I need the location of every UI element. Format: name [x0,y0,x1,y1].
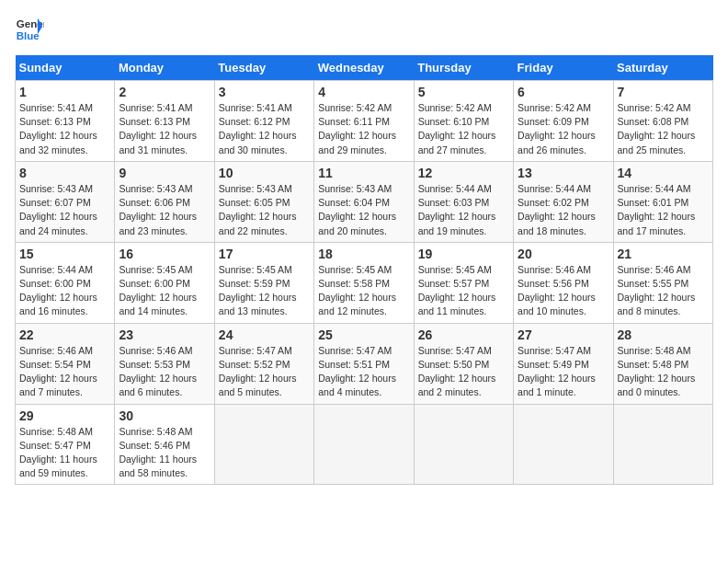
day-number: 9 [119,166,210,180]
day-number: 19 [418,247,509,261]
day-info: Sunrise: 5:45 AMSunset: 5:59 PMDaylight:… [219,263,310,319]
weekday-header-thursday: Thursday [414,55,513,81]
svg-text:Blue: Blue [17,30,40,41]
day-info: Sunrise: 5:42 AMSunset: 6:09 PMDaylight:… [518,101,609,157]
day-number: 14 [618,166,709,180]
calendar-week-4: 22Sunrise: 5:46 AMSunset: 5:54 PMDayligh… [16,323,713,404]
calendar-cell: 3Sunrise: 5:41 AMSunset: 6:12 PMDaylight… [214,81,313,162]
day-number: 24 [219,327,310,342]
calendar-cell: 9Sunrise: 5:43 AMSunset: 6:06 PMDaylight… [115,161,214,242]
day-info: Sunrise: 5:43 AMSunset: 6:07 PMDaylight:… [19,182,110,238]
calendar-cell: 18Sunrise: 5:45 AMSunset: 5:58 PMDayligh… [314,242,414,323]
day-number: 7 [618,85,709,99]
day-info: Sunrise: 5:41 AMSunset: 6:12 PMDaylight:… [219,101,310,157]
day-info: Sunrise: 5:47 AMSunset: 5:50 PMDaylight:… [418,344,509,400]
day-info: Sunrise: 5:43 AMSunset: 6:05 PMDaylight:… [219,182,310,238]
day-info: Sunrise: 5:47 AMSunset: 5:49 PMDaylight:… [518,344,609,400]
calendar-cell: 12Sunrise: 5:44 AMSunset: 6:03 PMDayligh… [414,161,513,242]
day-number: 21 [618,247,709,261]
calendar-cell [613,404,712,485]
day-number: 1 [19,85,110,99]
calendar-cell: 22Sunrise: 5:46 AMSunset: 5:54 PMDayligh… [16,323,115,404]
day-number: 30 [119,408,210,423]
day-number: 27 [518,327,609,342]
day-number: 15 [19,247,110,261]
day-number: 10 [219,166,310,180]
day-info: Sunrise: 5:42 AMSunset: 6:10 PMDaylight:… [418,101,509,157]
weekday-header-tuesday: Tuesday [214,55,313,81]
page-header: General Blue [15,15,713,44]
calendar-week-2: 8Sunrise: 5:43 AMSunset: 6:07 PMDaylight… [16,161,713,242]
day-info: Sunrise: 5:44 AMSunset: 6:03 PMDaylight:… [418,182,509,238]
day-number: 22 [19,327,110,342]
calendar-cell: 20Sunrise: 5:46 AMSunset: 5:56 PMDayligh… [514,242,613,323]
weekday-header-monday: Monday [115,55,214,81]
day-info: Sunrise: 5:43 AMSunset: 6:06 PMDaylight:… [119,182,210,238]
calendar-week-5: 29Sunrise: 5:48 AMSunset: 5:47 PMDayligh… [16,404,713,485]
calendar-cell: 6Sunrise: 5:42 AMSunset: 6:09 PMDaylight… [514,81,613,162]
calendar-cell [514,404,613,485]
calendar-cell: 29Sunrise: 5:48 AMSunset: 5:47 PMDayligh… [16,404,115,485]
day-number: 11 [318,166,409,180]
weekday-header-friday: Friday [514,55,613,81]
day-number: 5 [418,85,509,99]
logo: General Blue [15,15,44,44]
day-number: 2 [119,85,210,99]
calendar-body: 1Sunrise: 5:41 AMSunset: 6:13 PMDaylight… [16,81,713,485]
day-info: Sunrise: 5:42 AMSunset: 6:11 PMDaylight:… [318,101,409,157]
weekday-header-sunday: Sunday [16,55,115,81]
calendar-cell: 25Sunrise: 5:47 AMSunset: 5:51 PMDayligh… [314,323,414,404]
calendar-table: SundayMondayTuesdayWednesdayThursdayFrid… [15,55,713,485]
day-number: 17 [219,247,310,261]
day-info: Sunrise: 5:45 AMSunset: 5:57 PMDaylight:… [418,263,509,319]
day-info: Sunrise: 5:45 AMSunset: 6:00 PMDaylight:… [119,263,210,319]
calendar-cell: 15Sunrise: 5:44 AMSunset: 6:00 PMDayligh… [16,242,115,323]
calendar-cell: 23Sunrise: 5:46 AMSunset: 5:53 PMDayligh… [115,323,214,404]
calendar-cell: 11Sunrise: 5:43 AMSunset: 6:04 PMDayligh… [314,161,414,242]
day-info: Sunrise: 5:46 AMSunset: 5:55 PMDaylight:… [618,263,709,319]
day-info: Sunrise: 5:41 AMSunset: 6:13 PMDaylight:… [119,101,210,157]
day-info: Sunrise: 5:48 AMSunset: 5:47 PMDaylight:… [19,425,110,481]
day-info: Sunrise: 5:44 AMSunset: 6:02 PMDaylight:… [518,182,609,238]
calendar-cell [414,404,513,485]
day-number: 23 [119,327,210,342]
calendar-cell: 2Sunrise: 5:41 AMSunset: 6:13 PMDaylight… [115,81,214,162]
calendar-cell: 26Sunrise: 5:47 AMSunset: 5:50 PMDayligh… [414,323,513,404]
calendar-cell: 13Sunrise: 5:44 AMSunset: 6:02 PMDayligh… [514,161,613,242]
day-info: Sunrise: 5:42 AMSunset: 6:08 PMDaylight:… [618,101,709,157]
calendar-cell [314,404,414,485]
day-info: Sunrise: 5:43 AMSunset: 6:04 PMDaylight:… [318,182,409,238]
calendar-cell: 5Sunrise: 5:42 AMSunset: 6:10 PMDaylight… [414,81,513,162]
calendar-cell: 8Sunrise: 5:43 AMSunset: 6:07 PMDaylight… [16,161,115,242]
day-number: 13 [518,166,609,180]
day-number: 12 [418,166,509,180]
calendar-cell: 4Sunrise: 5:42 AMSunset: 6:11 PMDaylight… [314,81,414,162]
day-number: 8 [19,166,110,180]
day-number: 6 [518,85,609,99]
calendar-cell: 17Sunrise: 5:45 AMSunset: 5:59 PMDayligh… [214,242,313,323]
day-number: 26 [418,327,509,342]
calendar-cell: 28Sunrise: 5:48 AMSunset: 5:48 PMDayligh… [613,323,712,404]
day-number: 25 [318,327,409,342]
calendar-cell: 30Sunrise: 5:48 AMSunset: 5:46 PMDayligh… [115,404,214,485]
calendar-cell: 10Sunrise: 5:43 AMSunset: 6:05 PMDayligh… [214,161,313,242]
day-number: 4 [318,85,409,99]
weekday-header-row: SundayMondayTuesdayWednesdayThursdayFrid… [16,55,713,81]
calendar-cell: 16Sunrise: 5:45 AMSunset: 6:00 PMDayligh… [115,242,214,323]
day-info: Sunrise: 5:44 AMSunset: 6:00 PMDaylight:… [19,263,110,319]
day-number: 3 [219,85,310,99]
calendar-week-3: 15Sunrise: 5:44 AMSunset: 6:00 PMDayligh… [16,242,713,323]
calendar-cell [214,404,313,485]
day-info: Sunrise: 5:48 AMSunset: 5:46 PMDaylight:… [119,425,210,481]
calendar-cell: 24Sunrise: 5:47 AMSunset: 5:52 PMDayligh… [214,323,313,404]
day-number: 29 [19,408,110,423]
calendar-cell: 19Sunrise: 5:45 AMSunset: 5:57 PMDayligh… [414,242,513,323]
weekday-header-wednesday: Wednesday [314,55,414,81]
day-info: Sunrise: 5:46 AMSunset: 5:56 PMDaylight:… [518,263,609,319]
day-number: 18 [318,247,409,261]
day-number: 20 [518,247,609,261]
calendar-cell: 7Sunrise: 5:42 AMSunset: 6:08 PMDaylight… [613,81,712,162]
day-info: Sunrise: 5:46 AMSunset: 5:53 PMDaylight:… [119,344,210,400]
calendar-cell: 1Sunrise: 5:41 AMSunset: 6:13 PMDaylight… [16,81,115,162]
day-info: Sunrise: 5:41 AMSunset: 6:13 PMDaylight:… [19,101,110,157]
